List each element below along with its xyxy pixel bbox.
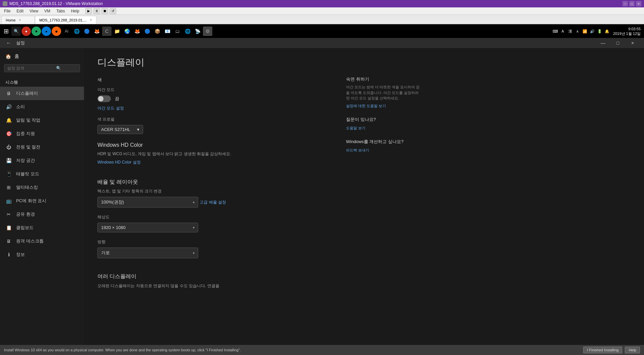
- taskbar-icon-3[interactable]: ●: [42, 27, 51, 36]
- systray-sound[interactable]: 🔊: [590, 29, 595, 34]
- taskbar-icon-13[interactable]: 🔵: [142, 27, 152, 36]
- night-mode-toggle-container: 끔: [97, 95, 333, 102]
- sleep-text: 야간 모드는 밤에 더 따뜻한 색을 표시하여 잠을 자도록 도와줍니다. 야간…: [346, 84, 420, 101]
- vmware-restore-btn[interactable]: □: [629, 1, 635, 6]
- sidebar-item-remote[interactable]: 🖥 원격 데스크톱: [0, 234, 84, 248]
- scale-select[interactable]: 100%(권장) ▾: [97, 197, 198, 208]
- toolbar-btn-3[interactable]: ⏹: [101, 8, 108, 14]
- menu-view[interactable]: View: [27, 8, 41, 14]
- taskbar-start[interactable]: ⊞: [1, 27, 11, 36]
- taskbar-icon-4[interactable]: ●: [52, 27, 61, 36]
- advanced-scale-link[interactable]: 고급 배율 설정: [200, 199, 226, 205]
- sleep-link[interactable]: 설정에 대한 도움말 보기: [346, 104, 386, 108]
- sidebar-item-multitasking[interactable]: ⊞ 멀티태스킹: [0, 181, 84, 194]
- settings-back-button[interactable]: ←: [4, 38, 13, 48]
- taskbar-icon-6[interactable]: 🌐: [72, 27, 81, 36]
- systray-chevron[interactable]: ∧: [575, 29, 580, 34]
- taskbar-icon-12[interactable]: 🦊: [132, 27, 142, 36]
- resolution-chevron: ▾: [193, 226, 195, 229]
- right-panel-sleep: 숙면 취하기 야간 모드는 밤에 더 따뜻한 색을 표시하여 잠을 자도록 도와…: [346, 76, 420, 108]
- sidebar-item-display[interactable]: 🖥 디스플레이: [0, 87, 84, 100]
- sidebar-item-focus[interactable]: 🎯 집중 지원: [0, 127, 84, 140]
- home-icon: 🏠: [5, 54, 11, 59]
- taskbar-icon-1[interactable]: ●: [22, 27, 31, 36]
- systray-network[interactable]: 📶: [582, 29, 588, 34]
- sidebar-home-item[interactable]: 🏠 홈: [0, 51, 84, 62]
- settings-close-btn[interactable]: ×: [625, 38, 640, 48]
- storage-icon: 💾: [5, 157, 12, 164]
- resolution-select[interactable]: 1920 × 1080 ▾: [97, 223, 198, 232]
- sidebar-item-focus-label: 집중 지원: [16, 131, 35, 137]
- taskbar-icon-16[interactable]: 🗂: [173, 27, 182, 36]
- sidebar-item-sound[interactable]: 🔊 소리: [0, 100, 84, 114]
- taskbar-settings[interactable]: ⚙: [203, 27, 212, 36]
- bottom-status-bar: Install Windows 10 x64 as you would on a…: [0, 345, 644, 355]
- settings-window-controls[interactable]: — □ ×: [596, 38, 640, 48]
- night-mode-settings-link[interactable]: 야간 모드 설정: [97, 105, 124, 111]
- taskbar-icon-2[interactable]: ●: [32, 27, 41, 36]
- taskbar-icon-18[interactable]: 📡: [193, 27, 202, 36]
- improve-link[interactable]: 피드백 보내기: [346, 148, 369, 152]
- taskbar-icon-9[interactable]: C: [102, 27, 112, 36]
- systray-datetime[interactable]: 9:03:55 2019년 1월 12일: [611, 27, 643, 36]
- color-profile-chevron: ▾: [137, 127, 139, 132]
- vmware-window-controls[interactable]: − □ ×: [622, 1, 641, 6]
- search-icon: 🔍: [56, 66, 61, 71]
- toolbar-btn-2[interactable]: ⏸: [93, 8, 100, 14]
- search-box[interactable]: 🔍: [4, 64, 80, 72]
- taskbar-icon-5[interactable]: Ai: [62, 27, 71, 36]
- sidebar-item-project[interactable]: 📺 PC에 화면 표시: [0, 194, 84, 208]
- taskbar-icon-8[interactable]: 🦊: [92, 27, 101, 36]
- taskbar-icon-15[interactable]: 📧: [163, 27, 172, 36]
- sidebar-item-about-label: 정보: [16, 252, 25, 258]
- taskbar-icon-7[interactable]: 🔵: [82, 27, 91, 36]
- taskbar-icon-17[interactable]: 🌐: [183, 27, 192, 36]
- help-button[interactable]: Help: [625, 347, 640, 353]
- systray-icons: ⌨ A 漢 ∧ 📶 🔊 🔋 🔔: [553, 29, 610, 34]
- sidebar-item-power[interactable]: ⏻ 전원 및 절전: [0, 140, 84, 154]
- toolbar-btn-4[interactable]: ↺: [110, 8, 116, 14]
- taskbar-search[interactable]: 🔍: [11, 27, 21, 36]
- menu-tabs[interactable]: Tabs: [54, 8, 68, 14]
- night-mode-toggle[interactable]: [97, 95, 111, 102]
- vmware-close-btn[interactable]: ×: [636, 1, 641, 6]
- taskbar-icon-14[interactable]: 📦: [153, 27, 162, 36]
- question-link[interactable]: 도움말 보기: [346, 126, 366, 130]
- systray-battery[interactable]: 🔋: [597, 29, 602, 34]
- toolbar-btn-1[interactable]: ▶: [85, 8, 92, 14]
- sidebar-item-storage[interactable]: 💾 저장 공간: [0, 154, 84, 167]
- tab-vm-close[interactable]: ×: [90, 18, 92, 22]
- menu-file[interactable]: File: [1, 8, 13, 14]
- vmware-app-icon: [3, 1, 7, 6]
- systray-keyboard-icon[interactable]: ⌨: [553, 29, 558, 34]
- menu-help[interactable]: Help: [68, 8, 82, 14]
- scale-section-title: 배율 및 레이아웃: [97, 179, 333, 186]
- shared-icon: ✂: [5, 211, 12, 218]
- orientation-label: 방향: [97, 239, 333, 245]
- settings-search-input[interactable]: [7, 66, 54, 71]
- color-profile-select[interactable]: ACER S271HL ▾: [97, 125, 143, 134]
- settings-restore-btn[interactable]: □: [610, 38, 625, 48]
- tab-home[interactable]: Home ×: [1, 16, 35, 24]
- vmware-minimize-btn[interactable]: −: [622, 1, 628, 6]
- systray-lang-han[interactable]: 漢: [567, 29, 573, 34]
- menu-edit[interactable]: Edit: [14, 8, 26, 14]
- menu-vm[interactable]: VM: [42, 8, 53, 14]
- tab-vm[interactable]: MDS_17763.288_2019.01.... ×: [35, 16, 96, 24]
- tab-home-close[interactable]: ×: [19, 18, 21, 22]
- orientation-select[interactable]: 가로 ▾: [97, 248, 198, 258]
- sidebar-item-about[interactable]: ℹ 정보: [0, 248, 84, 261]
- orientation-value: 가로: [101, 250, 110, 256]
- sidebar-item-shared[interactable]: ✂ 공유 환경: [0, 208, 84, 221]
- taskbar-icon-10[interactable]: 📁: [112, 27, 122, 36]
- taskbar-icon-11[interactable]: 🌏: [122, 27, 132, 36]
- finished-installing-button[interactable]: I Finished Installing: [583, 347, 622, 353]
- sidebar-item-notifications[interactable]: 🔔 알림 및 작업: [0, 114, 84, 127]
- systray-notification[interactable]: 🔔: [604, 29, 610, 34]
- clipboard-icon: 📋: [5, 224, 12, 231]
- hd-color-settings-link[interactable]: Windows HD Color 설정: [97, 160, 141, 165]
- settings-minimize-btn[interactable]: —: [596, 38, 610, 48]
- sidebar-item-clipboard[interactable]: 📋 클립보드: [0, 221, 84, 234]
- systray-lang-a[interactable]: A: [560, 29, 565, 34]
- sidebar-item-tablet[interactable]: 📱 태블릿 모드: [0, 167, 84, 181]
